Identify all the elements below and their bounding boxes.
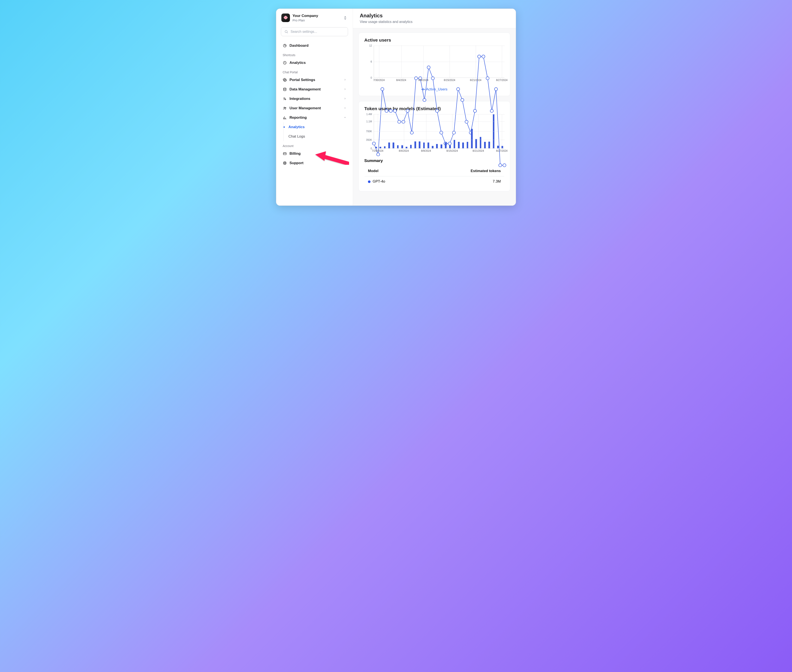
svg-point-34 (474, 109, 477, 112)
svg-rect-7 (283, 153, 286, 155)
chevron-right-icon (344, 87, 346, 91)
y-tick: 12 (369, 44, 372, 47)
bar (379, 147, 381, 148)
pie-chart-icon (283, 43, 287, 48)
nav-portal-settings[interactable]: Portal Settings (281, 75, 348, 85)
nav-dashboard[interactable]: Dashboard (281, 41, 348, 50)
bar (449, 145, 451, 148)
svg-point-22 (423, 98, 426, 102)
sidebar: Your Company Pro Plan Dashboard Shortcut… (276, 9, 353, 205)
nav-support[interactable]: Support (281, 158, 348, 168)
bar (419, 141, 421, 148)
bar (392, 142, 394, 148)
nav-label: Reporting (290, 115, 307, 120)
bar (488, 142, 490, 148)
nav-billing[interactable]: Billing (281, 149, 348, 158)
svg-point-9 (284, 162, 285, 164)
card-title: Active users (364, 37, 504, 43)
x-tick: 7/30/2024 (373, 78, 385, 82)
org-switcher[interactable]: Your Company Pro Plan (281, 13, 348, 25)
bar (471, 129, 473, 148)
group-shortcuts: Shortcuts (281, 50, 348, 58)
chevron-right-icon (344, 97, 346, 101)
y-tick: 6 (371, 60, 372, 63)
nav-label: Data Management (290, 87, 321, 91)
svg-point-13 (385, 109, 388, 112)
svg-point-38 (490, 109, 493, 112)
y-tick: 350K (366, 138, 372, 141)
svg-point-12 (381, 88, 384, 91)
bar (375, 147, 377, 148)
page-header: Analytics View usage statistics and anal… (353, 9, 516, 28)
bar (467, 142, 469, 148)
svg-point-40 (499, 164, 502, 167)
bar (440, 144, 442, 148)
token-usage-card: Token usage by models (Estimated) 0350K7… (358, 101, 510, 191)
page-title: Analytics (360, 13, 509, 19)
subnav-chat-logs[interactable]: Chat Logs (284, 132, 348, 141)
y-tick: 0 (371, 76, 372, 79)
users-icon (283, 106, 287, 110)
y-tick: 1.1M (366, 120, 372, 123)
nav-integrations[interactable]: Integrations (281, 94, 348, 104)
bar (406, 147, 407, 148)
bar (414, 141, 416, 148)
x-tick: 8/27/2024 (496, 149, 507, 152)
svg-point-3 (284, 80, 285, 81)
nav-data-management[interactable]: Data Management (281, 85, 348, 94)
bar-chart-icon (283, 115, 287, 120)
bar (397, 145, 399, 148)
bar (458, 142, 460, 148)
nav-label: Support (290, 161, 303, 165)
chevron-down-icon (344, 115, 346, 120)
x-tick: 8/21/2024 (472, 149, 484, 152)
credit-card-icon (283, 152, 287, 156)
svg-point-23 (427, 66, 430, 69)
nav-label: Billing (290, 152, 301, 156)
svg-point-30 (457, 88, 460, 91)
x-tick: 8/4/2024 (399, 149, 409, 152)
nav-label: User Management (290, 106, 321, 110)
subnav-analytics[interactable]: Analytics (284, 122, 348, 132)
gear-icon (283, 78, 287, 82)
svg-point-0 (285, 30, 287, 33)
y-tick: 700K (366, 130, 372, 133)
page-subtitle: View usage statistics and analytics (360, 20, 509, 24)
svg-point-39 (494, 88, 498, 91)
x-tick: 8/15/2024 (446, 149, 458, 152)
svg-point-5 (284, 107, 285, 108)
search-icon (284, 30, 288, 34)
svg-point-15 (394, 109, 397, 112)
bar (410, 145, 412, 148)
svg-point-4 (283, 88, 286, 89)
svg-point-18 (406, 109, 409, 112)
reporting-subitems: Analytics Chat Logs (283, 122, 348, 141)
x-tick: 8/15/2024 (444, 78, 455, 82)
bar (497, 146, 499, 148)
x-tick: 8/21/2024 (470, 78, 481, 82)
search-input[interactable] (291, 30, 345, 34)
svg-point-36 (482, 55, 485, 58)
bar (475, 139, 477, 148)
nav-label: Analytics (290, 61, 306, 65)
svg-point-35 (478, 55, 481, 58)
nav-reporting[interactable]: Reporting (281, 113, 348, 122)
group-account: Account (281, 141, 348, 149)
table-row: GPT-4o7.3M (365, 176, 504, 187)
database-icon (283, 87, 287, 91)
nav-label: Dashboard (290, 43, 309, 48)
x-tick: 8/9/2024 (421, 149, 431, 152)
nav-label: Chat Logs (288, 134, 305, 139)
bar (462, 142, 464, 148)
search-input-wrap[interactable] (281, 27, 348, 36)
nav-label: Portal Settings (290, 78, 315, 82)
bar (384, 146, 386, 148)
model-color-dot-icon (368, 181, 371, 183)
nav-user-management[interactable]: User Management (281, 104, 348, 113)
x-tick: 8/4/2024 (396, 78, 406, 82)
chevron-right-icon (344, 106, 346, 110)
nav-analytics-shortcut[interactable]: Analytics (281, 58, 348, 67)
svg-point-14 (389, 109, 392, 112)
svg-point-41 (503, 164, 506, 167)
up-down-chevron-icon (344, 16, 347, 21)
